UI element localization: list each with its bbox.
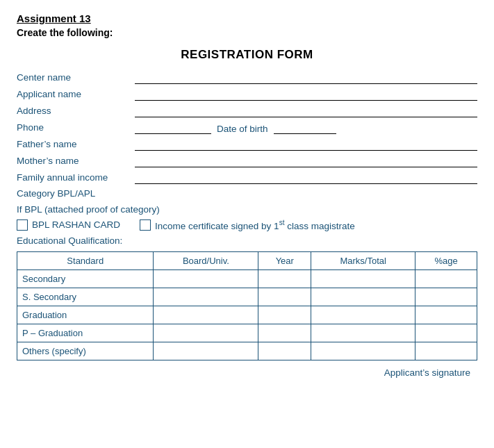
mothers-name-row: Mother’s name <box>17 155 477 167</box>
table-cell-value <box>311 306 415 324</box>
family-income-label: Family annual income <box>17 172 135 184</box>
bpl-rashan-card-checkbox[interactable] <box>17 219 28 231</box>
mothers-name-input[interactable] <box>135 155 477 167</box>
table-cell-value <box>311 288 415 306</box>
checkboxes-row: BPL RASHAN CARD Income certificate signe… <box>17 219 477 231</box>
table-cell-value <box>311 324 415 342</box>
col-marks: Marks/Total <box>311 251 415 269</box>
family-income-row: Family annual income <box>17 172 477 184</box>
fathers-name-row: Father’s name <box>17 138 477 151</box>
table-cell-value <box>258 269 311 288</box>
bpl-rashan-card-label: BPL RASHAN CARD <box>32 219 120 230</box>
table-cell-value <box>258 324 311 342</box>
table-cell-value <box>311 269 415 288</box>
table-cell-value <box>258 342 311 360</box>
address-row: Address <box>17 105 477 117</box>
applicant-signature: Applicant’s signature <box>17 367 477 378</box>
table-row: P – Graduation <box>17 324 477 342</box>
center-name-label: Center name <box>17 72 135 84</box>
category-label: Category BPL/APL <box>17 188 135 200</box>
address-label: Address <box>17 106 135 117</box>
col-percentage: %age <box>415 251 477 269</box>
table-cell-value <box>258 306 311 324</box>
table-cell-label: S. Secondary <box>17 288 154 306</box>
col-standard: Standard <box>17 251 154 269</box>
center-name-input[interactable] <box>135 72 477 84</box>
phone-dob-row: Phone Date of birth <box>17 122 477 134</box>
table-cell-value <box>415 342 477 360</box>
table-cell-value <box>415 306 477 324</box>
table-cell-value <box>415 288 477 306</box>
table-row: Graduation <box>17 306 477 324</box>
bpl-rashan-card-item[interactable]: BPL RASHAN CARD <box>17 219 120 231</box>
table-cell-value <box>415 324 477 342</box>
dob-label: Date of birth <box>217 124 268 134</box>
mothers-name-label: Mother’s name <box>17 156 135 167</box>
table-row: Others (specify) <box>17 342 477 360</box>
table-cell-value <box>311 342 415 360</box>
fathers-name-input[interactable] <box>135 138 477 151</box>
create-label: Create the following: <box>17 27 477 38</box>
applicant-name-label: Applicant name <box>17 89 135 101</box>
family-income-input[interactable] <box>135 172 477 184</box>
dob-input[interactable] <box>274 122 336 134</box>
table-cell-label: Graduation <box>17 306 154 324</box>
table-cell-value <box>258 288 311 306</box>
table-row: Secondary <box>17 269 477 288</box>
table-cell-label: Others (specify) <box>17 342 154 360</box>
education-table: Standard Board/Univ. Year Marks/Total %a… <box>17 251 477 360</box>
table-cell-value <box>154 288 258 306</box>
fathers-name-label: Father’s name <box>17 139 135 151</box>
phone-label: Phone <box>17 122 135 134</box>
table-cell-value <box>154 324 258 342</box>
table-cell-value <box>154 342 258 360</box>
table-cell-label: Secondary <box>17 269 154 288</box>
table-cell-value <box>415 269 477 288</box>
address-input[interactable] <box>135 105 477 117</box>
if-bpl-label: If BPL (attached proof of category) <box>17 204 160 215</box>
income-cert-label: Income certificate signed by 1st class m… <box>155 219 355 231</box>
applicant-name-input[interactable] <box>135 88 477 101</box>
educational-qualification-label: Educational Qualification: <box>17 235 477 246</box>
phone-input[interactable] <box>135 122 211 134</box>
table-row: S. Secondary <box>17 288 477 306</box>
table-header-row: Standard Board/Univ. Year Marks/Total %a… <box>17 251 477 269</box>
assignment-title: Assignment 13 <box>17 13 477 24</box>
table-cell-label: P – Graduation <box>17 324 154 342</box>
form-title: REGISTRATION FORM <box>17 48 477 62</box>
center-name-row: Center name <box>17 72 477 84</box>
income-cert-checkbox[interactable] <box>140 219 151 231</box>
if-bpl-row: If BPL (attached proof of category) <box>17 204 477 215</box>
table-cell-value <box>154 269 258 288</box>
income-cert-item[interactable]: Income certificate signed by 1st class m… <box>140 219 355 231</box>
category-row: Category BPL/APL <box>17 188 477 200</box>
col-board: Board/Univ. <box>154 251 258 269</box>
table-cell-value <box>154 306 258 324</box>
col-year: Year <box>258 251 311 269</box>
applicant-name-row: Applicant name <box>17 88 477 101</box>
